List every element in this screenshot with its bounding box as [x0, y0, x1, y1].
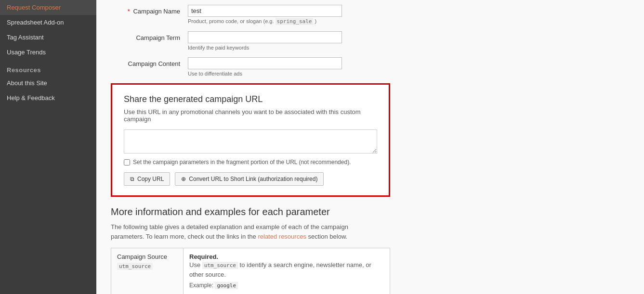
sidebar-item-usage-trends[interactable]: Usage Trends	[0, 45, 96, 60]
sidebar-item-tag-assistant[interactable]: Tag Assistant	[0, 30, 96, 45]
resources-section-title: Resources	[0, 60, 96, 76]
campaign-term-hint: Identify the paid keywords	[188, 45, 630, 51]
campaign-term-field-wrap: Identify the paid keywords	[188, 31, 630, 51]
campaign-content-label: Campaign Content	[111, 57, 188, 67]
params-table: Campaign Source utm_source Required. Use…	[111, 248, 390, 294]
campaign-term-label: Campaign Term	[111, 31, 188, 41]
form-section: * Campaign Name Product, promo code, or …	[111, 0, 630, 197]
more-info-title: More information and examples for each p…	[111, 206, 630, 217]
fragment-checkbox[interactable]	[124, 159, 130, 166]
param-source-description: Use utm_source to identify a search engi…	[189, 260, 384, 290]
share-box-description: Use this URL in any promotional channels…	[124, 108, 377, 123]
campaign-content-field-wrap: Use to differentiate ads	[188, 57, 630, 77]
convert-url-button[interactable]: ⊕ Convert URL to Short Link (authorizati…	[175, 172, 324, 186]
more-info-description: The following table gives a detailed exp…	[111, 222, 376, 241]
campaign-content-input[interactable]	[188, 57, 342, 69]
share-box-title: Share the generated campaign URL	[124, 94, 377, 104]
required-star: *	[128, 8, 130, 15]
table-row: Campaign Source utm_source Required. Use…	[111, 248, 390, 294]
param-source-cell: Campaign Source utm_source	[111, 248, 184, 294]
param-source-required: Required.	[189, 253, 218, 260]
param-source-label: Campaign Source	[117, 253, 177, 260]
sidebar-item-spreadsheet-add-on[interactable]: Spreadsheet Add-on	[0, 15, 96, 30]
copy-icon: ⧉	[130, 176, 134, 182]
fragment-checkbox-label: Set the campaign parameters in the fragm…	[133, 159, 351, 166]
campaign-content-row: Campaign Content Use to differentiate ad…	[111, 57, 630, 77]
param-source-example: Example: google	[189, 281, 384, 290]
sidebar: Request Composer Spreadsheet Add-on Tag …	[0, 0, 96, 294]
more-info-section: More information and examples for each p…	[111, 206, 630, 294]
share-buttons: ⧉ Copy URL ⊕ Convert URL to Short Link (…	[124, 172, 377, 186]
campaign-term-input[interactable]	[188, 31, 342, 43]
param-source-desc-cell: Required. Use utm_source to identify a s…	[184, 248, 390, 294]
sidebar-item-help-feedback[interactable]: Help & Feedback	[0, 90, 96, 105]
copy-url-button[interactable]: ⧉ Copy URL	[124, 172, 170, 186]
campaign-name-field-wrap: Product, promo code, or slogan (e.g. spr…	[188, 5, 630, 25]
share-box: Share the generated campaign URL Use thi…	[111, 83, 390, 197]
main-content: * Campaign Name Product, promo code, or …	[96, 0, 644, 294]
related-resources-link[interactable]: related resources	[258, 233, 306, 240]
link-icon: ⊕	[181, 176, 186, 182]
sidebar-item-request-composer[interactable]: Request Composer	[0, 0, 96, 15]
convert-url-label: Convert URL to Short Link (authorization…	[189, 176, 317, 182]
campaign-content-hint: Use to differentiate ads	[188, 71, 630, 77]
param-source-code: utm_source	[117, 263, 153, 270]
copy-url-label: Copy URL	[137, 176, 164, 182]
campaign-name-label: * Campaign Name	[111, 5, 188, 15]
sidebar-item-about-this-site[interactable]: About this Site	[0, 76, 96, 90]
campaign-term-row: Campaign Term Identify the paid keywords	[111, 31, 630, 51]
fragment-checkbox-row: Set the campaign parameters in the fragm…	[124, 159, 377, 166]
campaign-name-input[interactable]	[188, 5, 342, 17]
campaign-name-row: * Campaign Name Product, promo code, or …	[111, 5, 630, 25]
campaign-name-hint: Product, promo code, or slogan (e.g. spr…	[188, 18, 630, 25]
generated-url-textarea[interactable]	[124, 129, 377, 153]
